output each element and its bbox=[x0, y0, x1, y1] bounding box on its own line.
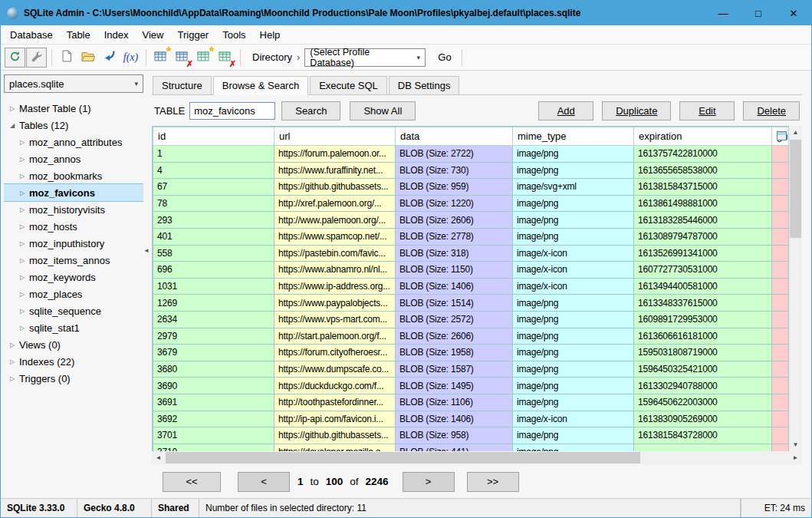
cell-gu[interactable] bbox=[772, 295, 789, 312]
cell-id[interactable]: 78 bbox=[153, 195, 275, 212]
cell-expiration[interactable] bbox=[634, 444, 772, 451]
cell-mime-type[interactable]: image/x-icon bbox=[513, 245, 634, 262]
cell-url[interactable]: https://duckduckgo.com/f... bbox=[275, 378, 396, 394]
edit-button[interactable]: Edit bbox=[679, 101, 735, 120]
tab-structure[interactable]: Structure bbox=[153, 76, 212, 94]
tree-item-moz-bookmarks[interactable]: ▷moz_bookmarks bbox=[4, 167, 143, 184]
cell-id[interactable]: 3680 bbox=[153, 361, 275, 378]
cell-id[interactable]: 1 bbox=[153, 146, 275, 163]
cell-mime-type[interactable]: image/svg+xml bbox=[513, 179, 634, 196]
collapsed-arrow-icon[interactable]: ▷ bbox=[17, 257, 28, 264]
cell-id[interactable]: 67 bbox=[153, 179, 275, 196]
tools-button[interactable] bbox=[26, 48, 47, 68]
cell-id[interactable]: 1031 bbox=[153, 278, 275, 295]
table-row[interactable]: 1031https://www.ip-address.org...BLOB (S… bbox=[153, 278, 789, 295]
cell-gu[interactable] bbox=[772, 311, 789, 328]
cell-expiration[interactable]: 1613183285446000 bbox=[634, 212, 772, 229]
collapsed-arrow-icon[interactable]: ▷ bbox=[17, 308, 28, 315]
table-row[interactable]: 2634https://www.vps-mart.com...BLOB (Siz… bbox=[153, 311, 789, 328]
tree-item-moz-favicons[interactable]: ▷moz_favicons bbox=[4, 184, 143, 201]
cell-id[interactable]: 3692 bbox=[153, 411, 275, 427]
cell-url[interactable]: http://www.palemoon.org/... bbox=[275, 212, 396, 229]
table-row[interactable]: 401https://www.spamcop.net/...BLOB (Size… bbox=[153, 228, 789, 245]
cell-data[interactable]: BLOB (Size: 959) bbox=[396, 179, 513, 196]
table-row[interactable]: 558https://pastebin.com/favic...BLOB (Si… bbox=[153, 245, 789, 262]
menu-item-trigger[interactable]: Trigger bbox=[171, 27, 216, 43]
cell-gu[interactable] bbox=[772, 162, 789, 179]
cell-data[interactable]: BLOB (Size: 730) bbox=[396, 162, 513, 179]
horizontal-scroll-track[interactable] bbox=[165, 451, 789, 464]
cell-expiration[interactable]: 1613494400581000 bbox=[634, 278, 772, 295]
cell-gu[interactable] bbox=[772, 361, 789, 378]
show-all-button[interactable]: Show All bbox=[350, 101, 416, 120]
tree-item-tables-12[interactable]: ◢Tables (12) bbox=[4, 117, 143, 134]
horizontal-scrollbar[interactable]: ◄ ► bbox=[152, 451, 802, 464]
cell-data[interactable]: BLOB (Size: 2572) bbox=[396, 311, 513, 328]
tree-item-moz-inputhistory[interactable]: ▷moz_inputhistory bbox=[4, 235, 143, 252]
next-page-button[interactable]: > bbox=[403, 472, 455, 492]
previous-page-button[interactable]: < bbox=[238, 472, 290, 492]
table-row[interactable]: 293http://www.palemoon.org/...BLOB (Size… bbox=[153, 212, 789, 229]
cell-url[interactable]: https://forum.cityofheroesr... bbox=[275, 345, 396, 361]
go-button[interactable]: Go bbox=[432, 49, 457, 65]
cell-expiration[interactable]: 1613655658538000 bbox=[634, 162, 772, 179]
cell-expiration[interactable]: 1609891729953000 bbox=[634, 311, 772, 328]
collapsed-arrow-icon[interactable]: ▷ bbox=[17, 274, 28, 281]
first-page-button[interactable]: << bbox=[163, 472, 221, 492]
table-row[interactable]: 696https://www.abnamro.nl/nl...BLOB (Siz… bbox=[153, 262, 789, 279]
tree-item-sqlite-stat1[interactable]: ▷sqlite_stat1 bbox=[4, 319, 143, 336]
cell-expiration[interactable]: 1607727730531000 bbox=[634, 262, 772, 279]
cell-id[interactable]: 2979 bbox=[153, 328, 275, 345]
table-row[interactable]: 2979http://start.palemoon.org/f...BLOB (… bbox=[153, 328, 789, 345]
drop-index-button[interactable]: ✗ bbox=[215, 48, 235, 68]
cell-data[interactable]: BLOB (Size: 1220) bbox=[396, 195, 513, 212]
cell-data[interactable]: BLOB (Size: 318) bbox=[396, 245, 513, 262]
collapsed-arrow-icon[interactable]: ▷ bbox=[7, 375, 18, 382]
cell-expiration[interactable]: 1596450325421000 bbox=[634, 361, 772, 378]
table-row[interactable]: 3680https://www.dumpscafe.co...BLOB (Siz… bbox=[153, 361, 789, 378]
tree-item-triggers-0[interactable]: ▷Triggers (0) bbox=[4, 370, 143, 387]
cell-gu[interactable] bbox=[772, 394, 789, 411]
close-button[interactable]: ✕ bbox=[776, 1, 811, 25]
cell-url[interactable]: http://start.palemoon.org/f... bbox=[275, 328, 396, 345]
cell-expiration[interactable]: 1613526991341000 bbox=[634, 245, 772, 262]
cell-gu[interactable] bbox=[772, 212, 789, 229]
cell-id[interactable]: 3679 bbox=[153, 345, 275, 361]
scroll-left-button[interactable]: ◄ bbox=[152, 451, 165, 464]
tab-db-settings[interactable]: DB Settings bbox=[389, 76, 460, 94]
cell-url[interactable]: http://ip-api.com/favicon.i... bbox=[275, 411, 396, 427]
cell-mime-type[interactable]: image/png bbox=[513, 146, 634, 163]
tree-item-moz-historyvisits[interactable]: ▷moz_historyvisits bbox=[4, 201, 143, 218]
cell-mime-type[interactable]: image/png bbox=[513, 295, 634, 312]
cell-gu[interactable] bbox=[772, 195, 789, 212]
column-header-id[interactable]: id bbox=[153, 127, 275, 146]
collapsed-arrow-icon[interactable]: ▷ bbox=[7, 105, 18, 112]
cell-url[interactable]: https://www.paypalobjects... bbox=[275, 295, 396, 312]
cell-expiration[interactable]: 1596450622003000 bbox=[634, 394, 772, 411]
table-row[interactable]: 1269https://www.paypalobjects...BLOB (Si… bbox=[153, 295, 789, 312]
refresh-button[interactable] bbox=[5, 48, 25, 68]
cell-data[interactable]: BLOB (Size: 441) bbox=[396, 444, 513, 451]
table-row[interactable]: 3701https://github.githubassets...BLOB (… bbox=[153, 427, 789, 444]
tree-item-moz-items-annos[interactable]: ▷moz_items_annos bbox=[4, 252, 143, 269]
tab-execute-sql[interactable]: Execute SQL bbox=[310, 76, 387, 94]
scroll-down-button[interactable]: ▼ bbox=[789, 438, 802, 451]
cell-data[interactable]: BLOB (Size: 1406) bbox=[396, 411, 513, 427]
cell-url[interactable]: https://www.ip-address.org... bbox=[275, 278, 396, 295]
cell-url[interactable]: https://github.githubassets... bbox=[275, 179, 396, 196]
cell-url[interactable]: http://toothpastefordinner... bbox=[275, 394, 396, 411]
cell-gu[interactable] bbox=[772, 427, 789, 444]
cell-gu[interactable] bbox=[772, 179, 789, 196]
cell-url[interactable]: https://pastebin.com/favic... bbox=[275, 245, 396, 262]
cell-expiration[interactable]: 1613757422810000 bbox=[634, 146, 772, 163]
open-database-button[interactable] bbox=[77, 48, 98, 68]
cell-mime-type[interactable]: image/png bbox=[513, 394, 634, 411]
tree-item-moz-annos[interactable]: ▷moz_annos bbox=[4, 150, 143, 167]
horizontal-scroll-thumb[interactable] bbox=[166, 452, 640, 464]
cell-mime-type[interactable]: image/x-icon bbox=[513, 278, 634, 295]
vertical-scroll-thumb[interactable] bbox=[790, 140, 801, 238]
tree-item-moz-keywords[interactable]: ▷moz_keywords bbox=[4, 269, 143, 285]
cell-url[interactable]: https://www.abnamro.nl/nl... bbox=[275, 262, 396, 279]
cell-mime-type[interactable]: image/x-icon bbox=[513, 411, 634, 427]
cell-mime-type[interactable]: image/x-icon bbox=[513, 262, 634, 279]
